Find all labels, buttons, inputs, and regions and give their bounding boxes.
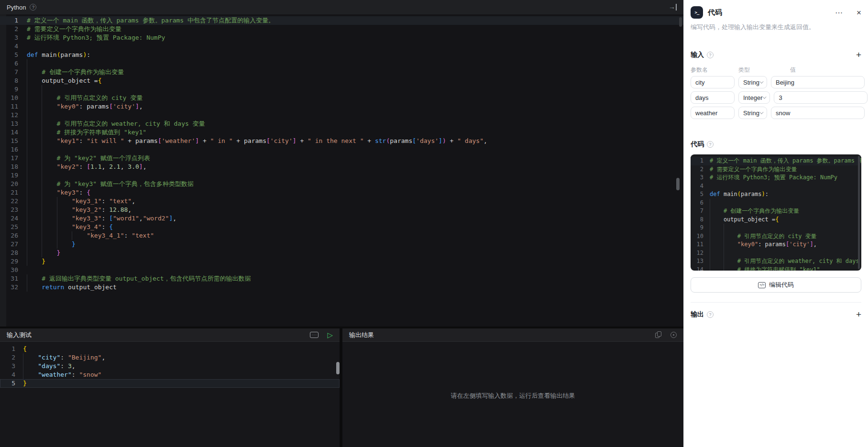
input-test-json-editor[interactable]: 1{2"city": "Beijing",3"days": 3,4"weathe…: [0, 342, 340, 447]
outputs-section-title: 输出: [691, 310, 704, 319]
code-line: 3# 运行环境 Python3; 预置 Package: NumPy: [691, 174, 861, 182]
output-result-header: 输出结果: [342, 328, 683, 342]
input-test-header: 输入测试 ··· ▷: [0, 328, 340, 342]
copy-icon[interactable]: [655, 331, 662, 338]
code-line: 26"key3_4_1": "text": [0, 231, 683, 240]
code-line: 2# 需要定义一个字典作为输出变量: [0, 25, 683, 33]
code-line: 20# 为 "key3" 赋值一个字典，包含多种类型数据: [0, 180, 683, 188]
code-line: 5def main(params):: [691, 190, 861, 199]
editor-header: Python ? →: [0, 0, 683, 14]
param-name-input[interactable]: [691, 91, 735, 104]
chevron-down-icon: [759, 110, 763, 114]
code-line: 30: [0, 266, 683, 274]
sidebar-description: 编写代码，处理输入输出变量来生成返回值。: [691, 23, 861, 32]
code-line: 4: [0, 42, 683, 51]
code-preview-scrollbar[interactable]: [858, 156, 860, 269]
more-menu-icon[interactable]: ⋯: [835, 8, 843, 17]
help-icon[interactable]: ?: [30, 4, 36, 11]
output-placeholder-text: 请在左侧填写输入数据，运行后查看输出结果: [451, 392, 575, 400]
code-line: 8output_object ={: [691, 216, 861, 224]
input-param-rows: String−Integer−String−: [691, 76, 861, 119]
edit-code-button[interactable]: </> 编辑代码: [691, 277, 861, 293]
code-line: 4: [691, 182, 861, 191]
close-icon[interactable]: ×: [857, 9, 861, 17]
code-line: 1# 定义一个 main 函数，传入 params 参数。params 中包含了…: [691, 157, 861, 165]
code-line: 13# 引用节点定义的 weather, city 和 days 变量: [691, 257, 861, 266]
keyboard-icon[interactable]: ···: [310, 332, 319, 338]
code-section-title: 代码: [691, 140, 704, 149]
param-name-input[interactable]: [691, 107, 735, 119]
code-editor-icon: </>: [758, 282, 766, 288]
sidebar-header: >_ 代码 ⋯ ×: [691, 6, 861, 19]
code-line: 1# 定义一个 main 函数，传入 params 参数。params 中包含了…: [0, 16, 683, 25]
code-line: 28}: [0, 249, 683, 257]
code-line: 1{: [0, 345, 340, 353]
code-node-sidebar: >_ 代码 ⋯ × 编写代码，处理输入输出变量来生成返回值。 输入 ? + 参数…: [683, 0, 868, 447]
editor-scrollbar-thumb[interactable]: [679, 17, 682, 27]
code-line: 4"weather": "snow": [0, 371, 340, 379]
code-line: 5}: [0, 379, 340, 388]
input-test-title: 输入测试: [7, 331, 32, 339]
code-line: 3"days": 3,: [0, 362, 340, 371]
param-type-select[interactable]: String: [738, 76, 767, 88]
code-line: 24"key3_3": ["word1","word2"],: [0, 214, 683, 223]
section-divider: [691, 302, 861, 303]
run-test-button[interactable]: ▷: [327, 331, 333, 338]
code-line: 23"key3_2": 12.88,: [0, 206, 683, 214]
column-value: 值: [790, 66, 861, 74]
inputs-section-header: 输入 ? +: [691, 51, 861, 59]
code-line: 15"key1": "it will " + params['weather']…: [0, 137, 683, 145]
code-line: 7# 创建一个字典作为输出变量: [691, 207, 861, 216]
code-line: 8output_object ={: [0, 76, 683, 85]
input-param-row: String−: [691, 76, 861, 88]
python-code-editor[interactable]: 1# 定义一个 main 函数，传入 params 参数。params 中包含了…: [0, 14, 683, 327]
output-result-title: 输出结果: [349, 331, 374, 339]
column-type: 类型: [738, 66, 786, 74]
code-line: 19: [0, 171, 683, 180]
help-icon[interactable]: ?: [707, 52, 714, 58]
code-line: 12: [691, 249, 861, 258]
column-param-name: 参数名: [691, 66, 735, 74]
code-preview[interactable]: 1# 定义一个 main 函数，传入 params 参数。params 中包含了…: [691, 154, 861, 271]
input-param-row: Integer−: [691, 91, 861, 104]
run-status-icon[interactable]: [670, 332, 677, 338]
help-icon[interactable]: ?: [707, 311, 714, 318]
code-line: 25"key3_4": {: [0, 223, 683, 231]
help-icon[interactable]: ?: [707, 141, 714, 148]
code-line: 11"key0": params['city'],: [0, 102, 683, 111]
edit-code-label: 编辑代码: [769, 281, 794, 289]
code-line: 9: [691, 224, 861, 232]
param-type-select[interactable]: String: [738, 107, 767, 119]
code-line: 6: [0, 59, 683, 68]
code-line: 16: [0, 145, 683, 154]
code-line: 6: [691, 199, 861, 207]
output-result-body: 请在左侧填写输入数据，运行后查看输出结果: [342, 342, 683, 447]
param-name-input[interactable]: [691, 76, 735, 88]
param-type-select[interactable]: Integer: [738, 91, 770, 104]
code-line: 10# 引用节点定义的 city 变量: [691, 232, 861, 241]
code-line: 3# 运行环境 Python3; 预置 Package: NumPy: [0, 33, 683, 42]
bottom-panel-resize-handle[interactable]: [336, 362, 340, 374]
code-node-icon: >_: [691, 6, 703, 19]
param-value-input[interactable]: [771, 107, 865, 119]
code-line: 29}: [0, 257, 683, 266]
code-line: 2"city": "Beijing",: [0, 353, 340, 362]
add-output-button[interactable]: +: [856, 310, 861, 319]
add-input-button[interactable]: +: [856, 51, 861, 59]
output-result-panel: 输出结果 请在左侧填写输入数据，运行后查看输出结果: [342, 328, 683, 447]
code-line: 2# 需要定义一个字典作为输出变量: [691, 165, 861, 174]
input-param-row: String−: [691, 107, 861, 119]
param-value-input[interactable]: [774, 91, 868, 104]
code-line: 27}: [0, 240, 683, 249]
collapse-panel-icon[interactable]: →: [669, 4, 677, 11]
editor-language-label: Python: [7, 4, 26, 11]
code-line: 14# 拼接为字符串赋值到 "key1": [691, 266, 861, 271]
param-value-input[interactable]: [771, 76, 865, 88]
code-line: 32return output_object: [0, 283, 683, 292]
inputs-section-title: 输入: [691, 51, 704, 59]
code-line: 5def main(params):: [0, 51, 683, 59]
code-section-header: 代码 ?: [691, 140, 861, 149]
chevron-down-icon: [763, 95, 767, 98]
code-line: 10# 引用节点定义的 city 变量: [0, 94, 683, 102]
code-line: 12: [0, 111, 683, 120]
